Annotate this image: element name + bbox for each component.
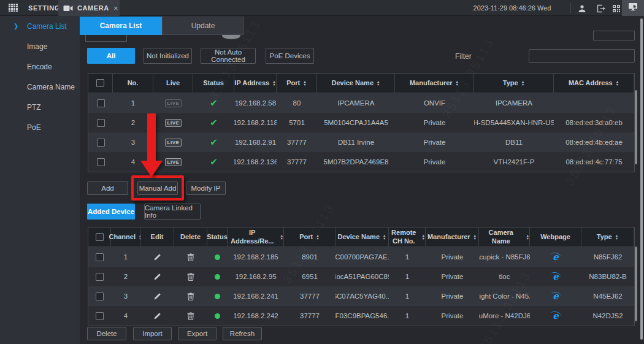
row-checkbox[interactable] <box>97 158 105 166</box>
column-header-type[interactable]: Type <box>474 74 554 93</box>
cell-edit <box>140 247 174 267</box>
column-header-manufacturer[interactable]: Manufacturer <box>426 227 479 247</box>
camera-tab[interactable]: CAMERA × <box>58 0 120 16</box>
tab-added-device[interactable]: Added Device <box>87 204 135 220</box>
edit-pencil-icon[interactable] <box>153 273 161 281</box>
sort-icon[interactable] <box>377 80 380 86</box>
sidebar-item-label: Encode <box>27 63 52 71</box>
cell-text: DB11 Irvine <box>338 139 374 146</box>
status-check-icon: ✔ <box>210 137 218 148</box>
column-header-remote-ch-no[interactable]: Remote CH No. <box>389 227 426 247</box>
sidebar-item-encode[interactable]: Encode <box>0 56 80 77</box>
sort-icon[interactable] <box>456 80 459 86</box>
column-header-manufacturer[interactable]: Manufacturer <box>395 74 474 93</box>
column-header-type[interactable]: Type <box>581 227 634 247</box>
add-button[interactable]: Add <box>87 182 128 195</box>
filter-all[interactable]: All <box>87 48 135 64</box>
qr-code-icon[interactable] <box>611 4 621 13</box>
export-button[interactable]: Export <box>178 327 217 340</box>
sort-icon[interactable] <box>526 234 529 240</box>
column-header-port[interactable]: Port <box>277 74 317 93</box>
delete-trash-icon[interactable] <box>187 312 194 320</box>
tab-update[interactable]: Update <box>162 17 244 35</box>
column-header-channel[interactable]: Channel <box>111 227 140 247</box>
live-badge[interactable]: LIVE <box>165 139 182 147</box>
delete-trash-icon[interactable] <box>187 273 194 281</box>
sidebar-item-ptz[interactable]: PTZ <box>0 97 80 117</box>
webpage-icon[interactable]: e <box>553 312 559 320</box>
cell-mac: 08:ed:ed:3d:a0:eb <box>554 113 634 132</box>
refresh-button[interactable]: Refresh <box>223 327 262 340</box>
sidebar-item-camera-name[interactable]: Camera Name <box>0 77 80 97</box>
row-checkbox[interactable] <box>97 99 105 107</box>
row-checkbox[interactable] <box>96 292 104 300</box>
edit-pencil-icon[interactable] <box>153 253 161 261</box>
sort-icon[interactable] <box>473 234 477 240</box>
cell-remote_ch: 1 <box>389 247 426 267</box>
sidebar-item-poe[interactable]: PoE <box>0 117 80 137</box>
sort-icon[interactable] <box>383 234 386 240</box>
cell-edit <box>140 286 174 306</box>
row-checkbox[interactable] <box>96 312 104 320</box>
cell-text: 9C00700PAG7AE... <box>335 253 389 261</box>
sort-icon[interactable] <box>615 234 618 240</box>
cell-device_name: DB11 Irvine <box>317 132 395 152</box>
page-scrollbar[interactable] <box>640 18 643 340</box>
delete-button[interactable]: Delete <box>87 327 126 340</box>
row-checkbox[interactable] <box>96 273 104 281</box>
column-header-device-name[interactable]: Device Name <box>317 74 395 93</box>
delete-trash-icon[interactable] <box>187 292 194 300</box>
tab-camera-list[interactable]: Camera List <box>80 17 162 35</box>
sort-icon[interactable] <box>521 80 524 86</box>
webpage-icon[interactable]: e <box>553 292 559 300</box>
sort-icon[interactable] <box>272 80 275 86</box>
filter-poe-devices[interactable]: PoE Devices <box>266 48 314 64</box>
close-icon[interactable]: × <box>113 4 118 12</box>
cell-port: 37777 <box>284 286 335 306</box>
row-checkbox[interactable] <box>96 253 104 261</box>
delete-trash-icon[interactable] <box>187 253 194 261</box>
live-badge[interactable]: LIVE <box>165 99 182 107</box>
partially-hidden-button[interactable] <box>593 31 635 40</box>
webpage-icon[interactable]: e <box>553 272 559 281</box>
column-header-camera-name[interactable]: Camera Name <box>479 227 530 247</box>
column-header-ip-address-re[interactable]: IP Address/Re... <box>228 227 284 247</box>
row-checkbox[interactable] <box>97 119 105 127</box>
cell-text: IPCAMERA <box>496 99 532 107</box>
sidebar-item-image[interactable]: Image <box>0 36 80 56</box>
header-checkbox[interactable] <box>96 79 104 87</box>
sort-icon[interactable] <box>280 234 283 240</box>
filter-not-auto-connected[interactable]: Not Auto Connected <box>201 48 256 64</box>
column-header-mac-address[interactable]: MAC Address <box>554 74 634 93</box>
header-checkbox[interactable] <box>96 233 104 241</box>
import-button[interactable]: Import <box>133 327 172 340</box>
column-header-device-name[interactable]: Device Name <box>335 227 389 247</box>
display-panel[interactable] <box>622 0 644 16</box>
modify-ip-button[interactable]: Modify IP <box>186 182 226 195</box>
sort-icon[interactable] <box>316 234 319 240</box>
cell-text: 37777 <box>287 158 307 166</box>
sidebar-item-camera-list[interactable]: ❯Camera List <box>0 16 80 36</box>
column-header-ip-address[interactable]: IP Address <box>234 74 277 93</box>
cell-edit <box>140 306 174 326</box>
column-header-port[interactable]: Port <box>284 227 335 247</box>
webpage-icon[interactable]: e <box>553 253 559 261</box>
edit-pencil-icon[interactable] <box>153 312 161 320</box>
row-checkbox[interactable] <box>97 139 105 147</box>
sort-icon[interactable] <box>616 80 619 86</box>
live-badge[interactable]: LIVE <box>165 119 182 127</box>
filter-input[interactable] <box>529 49 635 63</box>
sort-icon[interactable] <box>303 80 306 86</box>
setting-tab[interactable]: SETTING <box>28 0 60 16</box>
edit-pencil-icon[interactable] <box>153 292 161 300</box>
sort-icon[interactable] <box>422 234 425 240</box>
apps-grid-icon[interactable] <box>9 4 18 12</box>
cell-ip: 192.168.2.242 <box>228 306 284 326</box>
table1-scrollbar[interactable] <box>635 90 637 164</box>
logout-icon[interactable] <box>596 4 605 13</box>
tab-camera-linked-info[interactable]: Camera Linked Info <box>144 204 201 220</box>
table2-scrollbar[interactable] <box>635 247 637 321</box>
filter-not-initialized[interactable]: Not Initialized <box>144 48 192 64</box>
user-icon[interactable] <box>577 4 587 13</box>
live-badge[interactable]: LIVE <box>165 158 182 166</box>
